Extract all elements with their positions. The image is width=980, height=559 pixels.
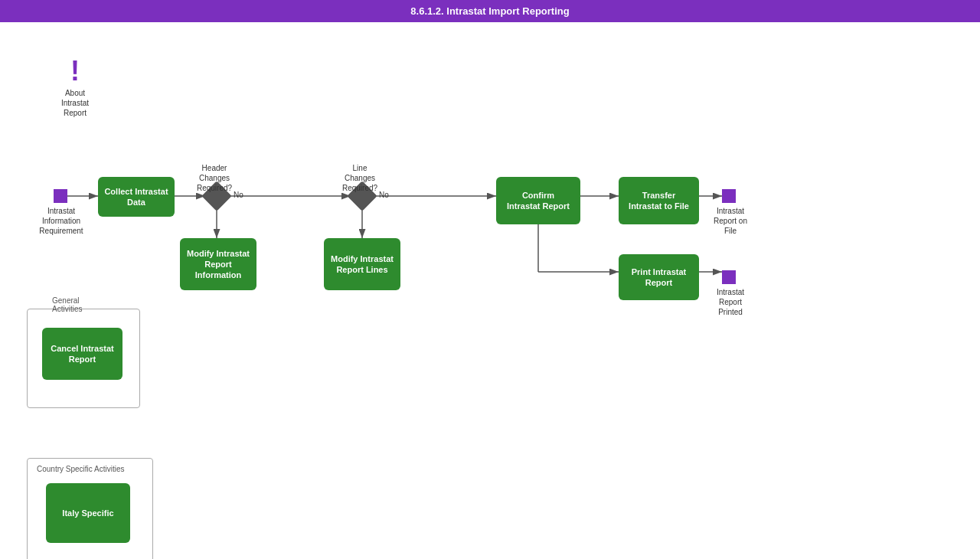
about-icon: ! AboutIntrastatReport	[52, 57, 98, 118]
line-changes-label: LineChangesRequired?	[329, 163, 390, 193]
transfer-file-label: TransferIntrastat to File	[629, 190, 689, 212]
italy-specific-box[interactable]: Italy Specific	[46, 483, 130, 543]
confirm-report-label: ConfirmIntrastat Report	[507, 190, 570, 212]
diagram-area: ! AboutIntrastatReport IntrastatInformat…	[0, 27, 980, 559]
header-changes-label: HeaderChangesRequired?	[184, 163, 245, 193]
no2-label: No	[379, 190, 389, 200]
modify-report-lines-label: Modify IntrastatReport Lines	[331, 253, 394, 276]
cancel-report-box[interactable]: Cancel IntrastatReport	[42, 328, 122, 380]
exclamation-icon: !	[52, 57, 98, 85]
collect-intrastat-box[interactable]: Collect IntrastatData	[98, 177, 175, 217]
start-event-label: IntrastatInformationRequirement	[31, 206, 92, 236]
no1-label: No	[234, 190, 243, 200]
country-specific-label: Country Specific Activities	[37, 465, 152, 473]
page-title: 8.6.1.2. Intrastat Import Reporting	[410, 5, 569, 17]
about-label: AboutIntrastatReport	[52, 88, 98, 118]
general-activities-label: GeneralActivities	[52, 296, 82, 313]
transfer-file-box[interactable]: TransferIntrastat to File	[619, 177, 699, 224]
report-printed-label: IntrastatReportPrinted	[707, 287, 753, 317]
modify-report-lines-box[interactable]: Modify IntrastatReport Lines	[324, 238, 400, 290]
print-report-box[interactable]: Print IntrastatReport	[619, 254, 699, 300]
confirm-report-box[interactable]: ConfirmIntrastat Report	[496, 177, 580, 224]
title-bar: 8.6.1.2. Intrastat Import Reporting	[0, 0, 980, 22]
modify-report-info-label: Modify IntrastatReportInformation	[187, 248, 250, 281]
print-report-label: Print IntrastatReport	[632, 266, 687, 289]
italy-specific-label: Italy Specific	[62, 508, 113, 518]
start-event	[54, 189, 67, 203]
report-printed-event	[722, 270, 736, 284]
report-on-file-event	[722, 189, 736, 203]
cancel-report-label: Cancel IntrastatReport	[51, 343, 114, 365]
report-on-file-label: IntrastatReport onFile	[707, 206, 753, 236]
collect-intrastat-label: Collect IntrastatData	[104, 186, 168, 208]
modify-report-info-box[interactable]: Modify IntrastatReportInformation	[180, 238, 256, 290]
